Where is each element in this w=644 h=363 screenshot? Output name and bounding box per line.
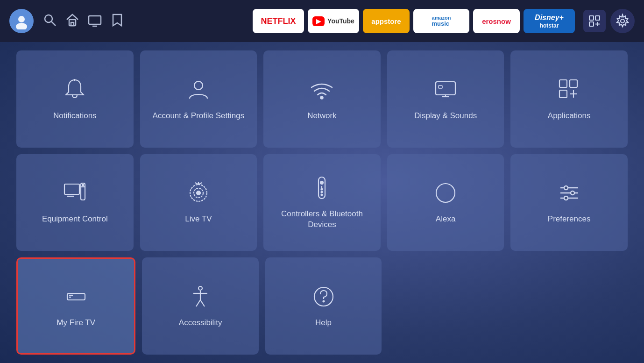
equipment-control-cell[interactable]: Equipment Control (16, 154, 134, 251)
svg-point-30 (82, 185, 84, 186)
grid-row-3: My Fire TV Accessibility (16, 257, 628, 355)
controllers-bluetooth-label: Controllers & Bluetooth Devices (263, 209, 381, 229)
svg-rect-10 (589, 22, 594, 26)
applications-cell[interactable]: Applications (510, 50, 628, 148)
equipment-control-label: Equipment Control (37, 214, 113, 224)
svg-point-42 (321, 194, 323, 196)
grid-row-1: Notifications Account & Profile Settings (16, 50, 628, 148)
alexa-label: Alexa (431, 214, 460, 224)
svg-rect-22 (570, 80, 577, 87)
home-icon[interactable] (65, 13, 79, 29)
monitor-icon (62, 180, 87, 207)
netflix-button[interactable]: NETFLIX (253, 9, 304, 33)
svg-point-38 (320, 181, 323, 184)
hotstar-brand: Disney+ (535, 14, 564, 22)
top-right-icons (583, 9, 635, 33)
erosnow-button[interactable]: erosnow (473, 9, 520, 33)
appstore-button[interactable]: appstore (363, 9, 410, 33)
help-icon (311, 284, 336, 311)
help-cell[interactable]: Help (265, 257, 382, 355)
svg-rect-20 (439, 85, 442, 88)
page-wrapper: NETFLIX ▶ YouTube appstore amazon music … (0, 0, 644, 363)
notifications-label: Notifications (49, 111, 101, 121)
grid-apps-icon (557, 77, 582, 104)
svg-point-15 (194, 81, 203, 90)
youtube-play-icon: ▶ (312, 16, 325, 26)
avatar[interactable] (9, 9, 34, 33)
notifications-cell[interactable]: Notifications (16, 50, 134, 148)
svg-rect-21 (559, 80, 567, 87)
svg-rect-9 (595, 16, 600, 20)
amazon-music-button[interactable]: amazon music (413, 9, 469, 33)
network-label: Network (303, 111, 341, 121)
grid-view-icon[interactable] (583, 10, 606, 32)
svg-point-49 (564, 196, 568, 200)
remote-icon (309, 175, 334, 202)
account-profile-cell[interactable]: Account & Profile Settings (140, 50, 257, 148)
svg-rect-5 (71, 22, 74, 26)
antenna-icon (186, 180, 211, 207)
controllers-bluetooth-cell[interactable]: Controllers & Bluetooth Devices (263, 154, 381, 251)
youtube-button[interactable]: ▶ YouTube (308, 9, 359, 33)
settings-grid: Notifications Account & Profile Settings (0, 42, 644, 363)
svg-point-43 (436, 184, 455, 202)
appstore-label: appstore (371, 17, 401, 25)
top-bar: NETFLIX ▶ YouTube appstore amazon music … (0, 0, 644, 42)
svg-rect-6 (89, 16, 101, 24)
svg-point-1 (16, 23, 27, 29)
nav-icons (43, 13, 124, 29)
svg-point-53 (198, 286, 202, 290)
grid-row-2: Equipment Control Live TV (16, 154, 628, 251)
app-buttons: NETFLIX ▶ YouTube appstore amazon music … (253, 9, 575, 33)
display-sounds-label: Display & Sounds (410, 111, 481, 121)
help-label: Help (311, 318, 336, 328)
firetv-icon (64, 284, 89, 311)
live-tv-label: Live TV (180, 214, 216, 224)
svg-rect-23 (559, 90, 567, 98)
amazon-music-logo: amazon music (432, 15, 451, 27)
svg-point-41 (321, 192, 323, 193)
network-cell[interactable]: Network (263, 50, 381, 148)
search-icon[interactable] (43, 13, 57, 29)
svg-point-2 (45, 15, 52, 22)
hotstar-button[interactable]: Disney+ hotstar (524, 9, 575, 33)
display-icon (433, 77, 458, 104)
svg-point-48 (571, 191, 574, 195)
tv-icon[interactable] (88, 13, 102, 29)
svg-line-56 (196, 300, 200, 306)
hotstar-label: hotstar (540, 22, 559, 29)
my-fire-tv-cell[interactable]: My Fire TV (16, 257, 135, 355)
svg-line-57 (200, 300, 205, 306)
accessibility-icon (188, 284, 213, 311)
applications-label: Applications (543, 111, 595, 121)
person-icon (186, 77, 211, 104)
wifi-icon (309, 77, 334, 104)
display-sounds-cell[interactable]: Display & Sounds (387, 50, 504, 148)
live-tv-cell[interactable]: Live TV (140, 154, 257, 251)
svg-point-16 (321, 96, 323, 99)
svg-point-33 (197, 191, 200, 195)
svg-point-0 (18, 16, 25, 22)
alexa-icon (433, 180, 458, 207)
svg-point-47 (564, 186, 568, 190)
preferences-label: Preferences (543, 214, 595, 224)
my-fire-tv-label: My Fire TV (52, 318, 100, 328)
sliders-icon (557, 180, 582, 207)
watchlist-icon[interactable] (110, 13, 124, 29)
svg-rect-8 (589, 16, 594, 20)
svg-rect-26 (64, 184, 79, 194)
netflix-label: NETFLIX (261, 16, 296, 26)
alexa-cell[interactable]: Alexa (387, 154, 504, 251)
settings-icon[interactable] (610, 9, 635, 33)
accessibility-cell[interactable]: Accessibility (142, 257, 258, 355)
preferences-cell[interactable]: Preferences (510, 154, 628, 251)
bell-icon (62, 77, 87, 104)
svg-point-13 (621, 19, 624, 23)
erosnow-label: erosnow (482, 17, 511, 25)
svg-point-40 (321, 189, 323, 190)
accessibility-label: Accessibility (174, 318, 227, 328)
youtube-label: YouTube (327, 17, 354, 25)
svg-point-59 (323, 301, 324, 302)
svg-line-3 (51, 21, 56, 26)
account-profile-label: Account & Profile Settings (148, 111, 249, 121)
